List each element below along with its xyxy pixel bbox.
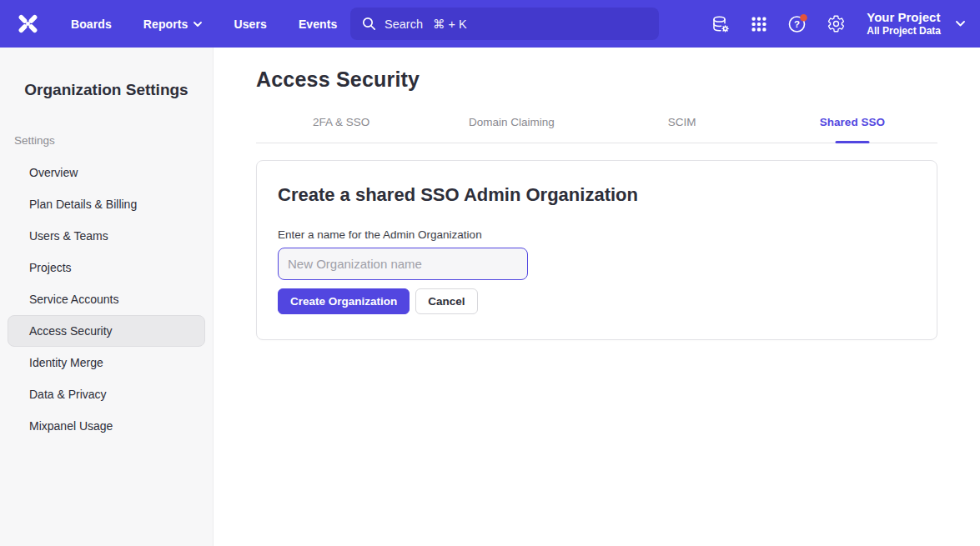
settings-gear-icon	[827, 14, 846, 33]
main-content: Access Security 2FA & SSO Domain Claimin…	[214, 48, 980, 546]
org-settings-sidebar: Organization Settings Settings Overview …	[0, 48, 214, 546]
search-shortcut: ⌘ + K	[433, 18, 467, 31]
sidebar-item-service-accounts[interactable]: Service Accounts	[8, 283, 205, 315]
search-placeholder: Search	[384, 18, 423, 31]
tab-label: Shared SSO	[820, 116, 885, 128]
create-organization-button[interactable]: Create Organization	[278, 288, 410, 314]
data-management-button[interactable]	[701, 8, 740, 41]
nav-item-users[interactable]: Users	[218, 11, 282, 38]
page-title: Access Security	[256, 68, 937, 92]
card-title: Create a shared SSO Admin Organization	[278, 184, 916, 206]
sidebar-item-data-privacy[interactable]: Data & Privacy	[8, 378, 205, 410]
sidebar-item-mixpanel-usage[interactable]: Mixpanel Usage	[8, 410, 205, 442]
org-name-label: Enter a name for the Admin Organization	[278, 228, 916, 241]
nav-item-label: Users	[234, 18, 266, 31]
search-input[interactable]: Search ⌘ + K	[350, 8, 659, 40]
mixpanel-logo-icon	[17, 13, 39, 35]
nav-item-label: Boards	[71, 18, 112, 31]
sidebar-item-plan-details-billing[interactable]: Plan Details & Billing	[8, 188, 205, 220]
tab-2fa-sso[interactable]: 2FA & SSO	[256, 116, 426, 143]
project-data-scope: All Project Data	[867, 25, 941, 38]
tab-label: 2FA & SSO	[313, 116, 369, 128]
card-actions: Create Organization Cancel	[278, 288, 916, 314]
help-button[interactable]: ?	[778, 8, 817, 41]
nav-item-reports[interactable]: Reports	[128, 11, 219, 38]
sidebar-item-projects[interactable]: Projects	[8, 252, 205, 283]
tab-scim[interactable]: SCIM	[597, 116, 767, 143]
tab-shared-sso[interactable]: Shared SSO	[767, 116, 937, 143]
nav-item-boards[interactable]: Boards	[55, 11, 128, 38]
nav-item-label: Reports	[143, 18, 188, 31]
primary-nav-menu: Boards Reports Users Events	[55, 11, 353, 38]
project-name: Your Project	[867, 10, 941, 26]
tab-domain-claiming[interactable]: Domain Claiming	[426, 116, 596, 143]
sidebar-title: Organization Settings	[0, 81, 213, 99]
sidebar-section-label: Settings	[14, 134, 213, 147]
tab-label: Domain Claiming	[469, 116, 555, 128]
search-icon	[362, 17, 376, 31]
sidebar-item-users-teams[interactable]: Users & Teams	[8, 220, 205, 252]
active-tab-indicator	[835, 141, 869, 143]
sidebar-item-overview[interactable]: Overview	[8, 157, 205, 188]
chevron-down-icon	[956, 21, 965, 27]
help-icon: ?	[787, 13, 808, 34]
svg-text:?: ?	[794, 19, 800, 29]
mixpanel-logo[interactable]	[0, 13, 55, 35]
project-switcher[interactable]: Your Project All Project Data	[867, 10, 970, 38]
access-security-tabs: 2FA & SSO Domain Claiming SCIM Shared SS…	[256, 116, 937, 143]
sidebar-item-access-security[interactable]: Access Security	[8, 315, 205, 347]
apps-grid-button[interactable]	[740, 8, 778, 41]
org-name-input[interactable]	[278, 248, 528, 280]
tab-label: SCIM	[668, 116, 696, 128]
nav-right-cluster: ? Your Project All Project Data	[701, 0, 970, 48]
sidebar-item-identity-merge[interactable]: Identity Merge	[8, 347, 205, 378]
nav-item-events[interactable]: Events	[283, 11, 354, 38]
top-navigation: Boards Reports Users Events Search ⌘ + K	[0, 0, 980, 48]
data-management-icon	[711, 14, 731, 34]
nav-item-label: Events	[299, 18, 338, 31]
create-shared-sso-card: Create a shared SSO Admin Organization E…	[256, 160, 937, 340]
settings-button[interactable]	[817, 8, 855, 41]
chevron-down-icon	[193, 22, 202, 27]
cancel-button[interactable]: Cancel	[415, 288, 477, 314]
apps-grid-icon	[750, 15, 768, 33]
notification-dot	[800, 14, 807, 22]
